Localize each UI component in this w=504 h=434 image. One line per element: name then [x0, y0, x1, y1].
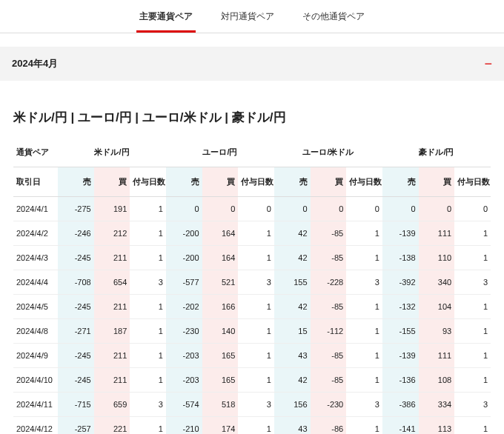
cell-days: 3 — [130, 270, 166, 295]
cell-days: 1 — [130, 246, 166, 270]
cell-days: 1 — [238, 221, 274, 246]
cell-days: 1 — [238, 319, 274, 344]
tab-other-pairs[interactable]: その他通貨ペア — [299, 6, 368, 33]
cell-buy: 164 — [202, 221, 239, 246]
cell-sell: -203 — [166, 344, 202, 368]
cell-buy: 191 — [94, 197, 130, 221]
cell-buy: 165 — [202, 344, 239, 368]
cell-sell: -715 — [58, 393, 94, 417]
cell-sell: -141 — [382, 417, 419, 435]
month-label: 2024年4月 — [12, 57, 58, 70]
currency-tabs: 主要通貨ペア 対円通貨ペア その他通貨ペア — [0, 0, 504, 33]
cell-buy: 93 — [419, 319, 455, 344]
cell-sell: -245 — [58, 246, 94, 270]
cell-buy: -85 — [311, 295, 347, 319]
cell-days: 1 — [346, 295, 382, 319]
cell-date: 2024/4/8 — [13, 319, 58, 344]
table-row: 2024/4/12-2572211-210174143-861-1411131 — [13, 417, 491, 435]
cell-buy: 110 — [419, 246, 455, 270]
col-days: 付与日数 — [346, 167, 382, 197]
cell-sell: -271 — [58, 319, 94, 344]
swap-table: 通貨ペア 米ドル/円 ユーロ/円 ユーロ/米ドル 豪ドル/円 取引日 売 買 付… — [13, 139, 491, 434]
cell-buy: -85 — [311, 221, 347, 246]
cell-date: 2024/4/5 — [13, 295, 58, 319]
cell-buy: 334 — [419, 393, 455, 417]
table-row: 2024/4/4-7086543-5775213155-2283-3923403 — [13, 270, 491, 295]
header-eurjpy: ユーロ/円 — [166, 139, 274, 167]
cell-buy: 166 — [202, 295, 239, 319]
cell-buy: -230 — [311, 393, 347, 417]
cell-date: 2024/4/1 — [13, 197, 58, 221]
cell-days: 1 — [454, 319, 491, 344]
cell-sell: 43 — [274, 417, 311, 435]
cell-days: 1 — [346, 344, 382, 368]
cell-date: 2024/4/2 — [13, 221, 58, 246]
cell-sell: -210 — [166, 417, 202, 435]
cell-buy: 659 — [94, 393, 130, 417]
cell-sell: -155 — [382, 319, 419, 344]
cell-buy: 221 — [94, 417, 130, 435]
cell-sell: 42 — [274, 295, 311, 319]
cell-days: 1 — [238, 246, 274, 270]
cell-sell: -245 — [58, 295, 94, 319]
cell-sell: 0 — [382, 197, 419, 221]
tab-major-pairs[interactable]: 主要通貨ペア — [136, 6, 196, 33]
col-sell: 売 — [166, 167, 202, 197]
table-row: 2024/4/11-7156593-5745183156-2303-386334… — [13, 393, 491, 417]
cell-days: 1 — [238, 344, 274, 368]
cell-buy: -85 — [311, 368, 347, 393]
cell-sell: -139 — [382, 344, 419, 368]
cell-buy: 174 — [202, 417, 239, 435]
cell-buy: -85 — [311, 246, 347, 270]
month-accordion[interactable]: 2024年4月 − — [0, 47, 504, 81]
cell-buy: 0 — [202, 197, 239, 221]
cell-days: 1 — [238, 368, 274, 393]
cell-sell: -245 — [58, 368, 94, 393]
table-row: 2024/4/8-2711871-230140115-1121-155931 — [13, 319, 491, 344]
cell-buy: 108 — [419, 368, 455, 393]
col-days: 付与日数 — [238, 167, 274, 197]
cell-buy: -86 — [311, 417, 347, 435]
cell-buy: 654 — [94, 270, 130, 295]
cell-days: 1 — [130, 417, 166, 435]
table-row: 2024/4/10-2452111-203165142-851-1361081 — [13, 368, 491, 393]
cell-sell: -275 — [58, 197, 94, 221]
cell-buy: 113 — [419, 417, 455, 435]
cell-buy: 164 — [202, 246, 239, 270]
cell-days: 1 — [130, 295, 166, 319]
cell-days: 1 — [454, 368, 491, 393]
table-row: 2024/4/5-2452111-202166142-851-1321041 — [13, 295, 491, 319]
col-date: 取引日 — [13, 167, 58, 197]
cell-sell: 155 — [274, 270, 311, 295]
col-buy: 買 — [311, 167, 347, 197]
cell-buy: 187 — [94, 319, 130, 344]
cell-sell: 42 — [274, 368, 311, 393]
cell-days: 1 — [346, 246, 382, 270]
cell-days: 1 — [346, 319, 382, 344]
cell-sell: -138 — [382, 246, 419, 270]
cell-sell: 42 — [274, 221, 311, 246]
table-row: 2024/4/1-2751911000000000 — [13, 197, 491, 221]
cell-days: 1 — [238, 295, 274, 319]
cell-days: 1 — [454, 221, 491, 246]
cell-sell: -203 — [166, 368, 202, 393]
cell-buy: -112 — [311, 319, 347, 344]
cell-sell: -708 — [58, 270, 94, 295]
cell-sell: -202 — [166, 295, 202, 319]
cell-days: 3 — [130, 393, 166, 417]
cell-sell: -246 — [58, 221, 94, 246]
header-audjpy: 豪ドル/円 — [382, 139, 491, 167]
col-buy: 買 — [202, 167, 239, 197]
header-pair: 通貨ペア — [13, 139, 58, 167]
cell-days: 3 — [454, 270, 491, 295]
cell-days: 3 — [238, 270, 274, 295]
col-days: 付与日数 — [454, 167, 491, 197]
cell-days: 1 — [346, 368, 382, 393]
cell-sell: 42 — [274, 246, 311, 270]
cell-sell: -136 — [382, 368, 419, 393]
cell-days: 1 — [130, 368, 166, 393]
table-row: 2024/4/2-2462121-200164142-851-1391111 — [13, 221, 491, 246]
cell-date: 2024/4/3 — [13, 246, 58, 270]
cell-days: 1 — [130, 319, 166, 344]
tab-jpy-pairs[interactable]: 対円通貨ペア — [218, 6, 277, 33]
